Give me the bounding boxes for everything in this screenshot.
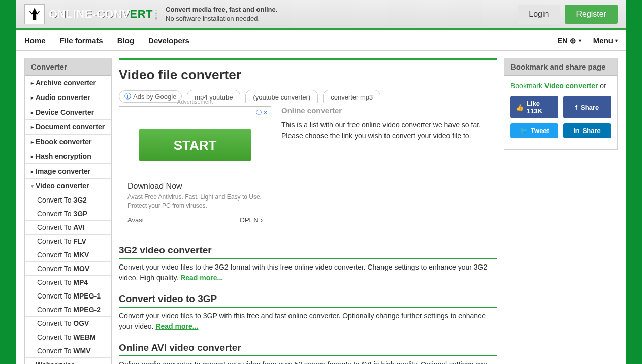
nav-blog[interactable]: Blog	[110, 36, 141, 45]
converter-title[interactable]: 3G2 video converter	[119, 245, 497, 259]
sidebar-sub-mp4[interactable]: Convert To MP4	[25, 276, 111, 289]
read-more-link[interactable]: Read more...	[180, 274, 223, 282]
arrow-right-icon: ▸	[31, 95, 34, 101]
sidebar-item-video[interactable]: ▾Video converter	[25, 179, 111, 193]
sidebar-item-device[interactable]: ▸Device Converter	[25, 105, 111, 120]
arrow-right-icon: ▸	[31, 124, 34, 130]
ad-open-button[interactable]: OPEN ›	[240, 216, 263, 224]
sidebar-sub-3g2[interactable]: Convert To 3G2	[25, 193, 111, 207]
converter-title[interactable]: Online AVI video converter	[119, 342, 497, 356]
ad-link-3[interactable]: converter mp3	[323, 90, 380, 103]
fb-like-button[interactable]: 👍Like 113K	[510, 96, 558, 118]
converter-item-avi: Online AVI video converter Online media …	[119, 342, 497, 364]
ad-brand: Avast	[127, 216, 144, 224]
sidebar-header: Converter	[25, 58, 111, 76]
converter-item-3g2: 3G2 video converter Convert your video f…	[119, 245, 497, 283]
sidebar-sub-wmv[interactable]: Convert To WMV	[25, 344, 111, 358]
tweet-button[interactable]: 🐦Tweet	[510, 123, 558, 138]
sidebar-item-archive[interactable]: ▸Archive converter	[25, 76, 111, 90]
converter-desc: Convert your video files to the 3G2 form…	[119, 262, 497, 283]
arrow-down-icon: ▾	[31, 183, 34, 189]
ad-start-button[interactable]: START	[139, 129, 251, 161]
linkedin-share-button[interactable]: inShare	[563, 123, 611, 138]
lang-selector[interactable]: EN ⊕ ▾	[557, 36, 581, 45]
page-title: Video file converter	[119, 67, 497, 83]
arrow-right-icon: ▸	[31, 80, 34, 86]
header: ONLINE-CONVERT .COM Convert media free, …	[16, 0, 626, 28]
ad-desc: Avast Free Antivirus. Fast, Light and Ea…	[127, 193, 263, 210]
converter-item-3gp: Convert video to 3GP Convert your video …	[119, 293, 497, 332]
bookmark-text: Bookmark Video converter or	[510, 82, 611, 90]
nav-file-formats[interactable]: File formats	[53, 36, 110, 45]
sidebar-sub-webm[interactable]: Convert To WEBM	[25, 330, 111, 344]
sidebar-sub-avi[interactable]: Convert To AVI	[25, 221, 111, 235]
intro-text: This is a list with our free online vide…	[281, 120, 497, 141]
sidebar-item-ebook[interactable]: ▸Ebook converter	[25, 135, 111, 149]
logo-icon[interactable]	[24, 4, 45, 24]
chevron-down-icon: ▾	[615, 38, 618, 43]
thumbs-up-icon: 👍	[516, 104, 524, 111]
read-more-link[interactable]: Read more...	[155, 322, 198, 330]
sidebar-item-webservice[interactable]: ▸Webservice converter	[25, 358, 111, 364]
rightbar-header: Bookmark and share page	[504, 58, 617, 76]
nav-home[interactable]: Home	[24, 36, 53, 45]
sidebar-item-image[interactable]: ▸Image converter	[25, 164, 111, 179]
arrow-right-icon: ▸	[31, 154, 34, 159]
chevron-right-icon: ›	[261, 216, 263, 224]
intro-title: Online converter	[281, 106, 497, 115]
arrow-right-icon: ▸	[31, 169, 34, 174]
fb-share-button[interactable]: fShare	[563, 96, 611, 118]
sidebar-sub-mov[interactable]: Convert To MOV	[25, 262, 111, 276]
sidebar-item-hash[interactable]: ▸Hash encryption	[25, 149, 111, 164]
main-content: Video file converter ⓘAds by Google mp4 …	[119, 58, 497, 364]
facebook-icon: f	[575, 104, 577, 111]
sidebar-sub-3gp[interactable]: Convert To 3GP	[25, 207, 111, 221]
linkedin-icon: in	[573, 127, 580, 135]
sidebar-item-audio[interactable]: ▸Audio converter	[25, 90, 111, 105]
register-button[interactable]: Register	[565, 5, 618, 24]
sidebar: Converter ▸Archive converter ▸Audio conv…	[24, 58, 112, 364]
navbar: Home File formats Blog Developers EN ⊕ ▾…	[16, 28, 626, 51]
intro-box: Online converter This is a list with our…	[281, 106, 497, 229]
chevron-down-icon: ▾	[579, 38, 581, 43]
tagline: Convert media free, fast and online. No …	[166, 5, 277, 23]
sidebar-sub-mpeg2[interactable]: Convert To MPEG-2	[25, 303, 111, 317]
accent-bar	[119, 58, 497, 60]
login-button[interactable]: Login	[518, 5, 560, 24]
nav-developers[interactable]: Developers	[141, 36, 197, 45]
converter-title[interactable]: Convert video to 3GP	[119, 293, 497, 308]
ad-label: Advertisement	[119, 98, 271, 105]
sidebar-sub-mkv[interactable]: Convert To MKV	[25, 248, 111, 262]
logo-text[interactable]: ONLINE-CONVERT	[49, 8, 153, 21]
converter-desc: Convert your video files to 3GP with thi…	[119, 311, 497, 332]
ad-download-title: Download Now	[127, 182, 263, 191]
ad-box[interactable]: Advertisement ⓘ ✕ START Download Now Ava…	[119, 106, 271, 229]
sidebar-sub-flv[interactable]: Convert To FLV	[25, 235, 111, 248]
converter-desc: Online media converter to convert your v…	[119, 359, 497, 364]
twitter-icon: 🐦	[520, 127, 528, 135]
arrow-right-icon: ▸	[31, 110, 34, 115]
bookmark-link[interactable]: Video converter	[544, 82, 598, 90]
menu-button[interactable]: Menu ▾	[593, 36, 618, 45]
sidebar-item-document[interactable]: ▸Document converter	[25, 120, 111, 135]
globe-icon: ⊕	[570, 36, 576, 45]
sidebar-sub-mpeg1[interactable]: Convert To MPEG-1	[25, 289, 111, 303]
sidebar-sub-ogv[interactable]: Convert To OGV	[25, 317, 111, 330]
logo-suffix: .COM	[154, 9, 158, 20]
arrow-right-icon: ▸	[31, 139, 34, 145]
rightbar: Bookmark and share page Bookmark Video c…	[504, 58, 618, 150]
ad-close-icon[interactable]: ⓘ ✕	[256, 109, 268, 116]
